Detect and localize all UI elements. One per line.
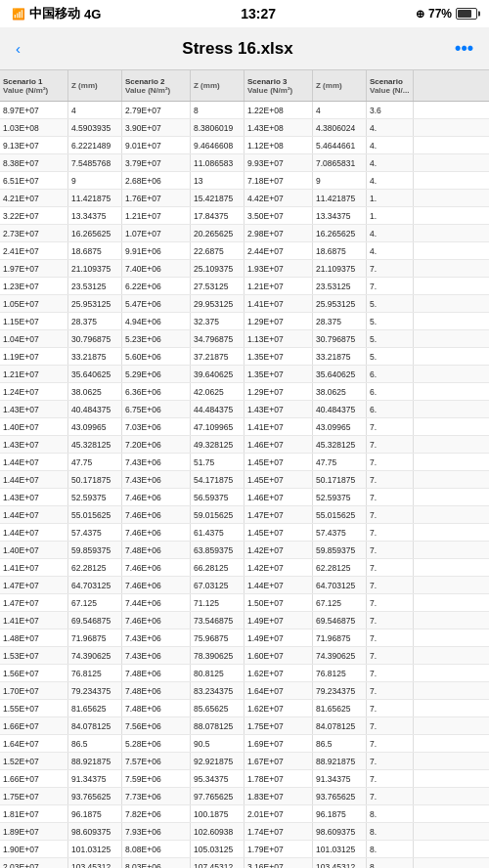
table-cell: 7.18E+07	[244, 172, 313, 189]
table-cell: 71.125	[191, 594, 244, 611]
table-cell: 6.2221489	[68, 137, 122, 153]
table-cell: 73.546875	[191, 612, 244, 629]
table-cell: 1.89E+07	[0, 823, 68, 840]
table-cell: 7.56E+06	[122, 717, 191, 734]
table-cell: 2.68E+06	[122, 172, 191, 189]
table-cell: 4.3806024	[313, 119, 367, 136]
table-row: 6.51E+0792.68E+06137.18E+0794.	[0, 172, 489, 190]
col-header-s1-z: Z (mm)	[68, 70, 122, 101]
table-cell: 1.43E+07	[0, 489, 68, 505]
table-cell: 57.4375	[313, 524, 367, 541]
table-cell: 1.90E+07	[0, 841, 68, 857]
table-cell: 1.52E+07	[0, 753, 68, 769]
table-cell: 1.74E+07	[244, 823, 313, 840]
table-cell: 37.21875	[191, 348, 244, 365]
table-cell: 67.03125	[191, 577, 244, 593]
table-cell: 78.390625	[191, 647, 244, 664]
table-cell: 84.078125	[68, 717, 122, 734]
status-bar: 📶 中国移动 4G 13:27 ⊕ 77%	[0, 0, 489, 27]
table-cell: 3.90E+07	[122, 119, 191, 136]
table-cell: 1.42E+07	[244, 542, 313, 558]
table-cell: 1.56E+07	[0, 665, 68, 681]
table-cell: 7.	[367, 647, 414, 664]
table-cell: 9.93E+07	[244, 154, 313, 171]
back-button[interactable]: ‹	[12, 36, 24, 61]
table-cell: 44.484375	[191, 401, 244, 417]
table-cell: 2.44E+07	[244, 242, 313, 259]
table-cell: 61.4375	[191, 524, 244, 541]
table-cell: 7.59E+06	[122, 770, 191, 787]
table-cell: 1.67E+07	[244, 753, 313, 769]
table-cell: 52.59375	[68, 489, 122, 505]
table-cell: 7.	[367, 788, 414, 804]
table-row: 1.43E+0740.4843756.75E+0644.4843751.43E+…	[0, 401, 489, 418]
table-cell: 20.265625	[191, 225, 244, 241]
table-cell: 8.	[367, 823, 414, 840]
table-cell: 7.43E+06	[122, 629, 191, 646]
table-row: 1.41E+0762.281257.46E+0666.281251.42E+07…	[0, 559, 489, 577]
table-cell: 1.48E+07	[0, 629, 68, 646]
table-cell: 2.79E+07	[122, 102, 191, 118]
table-cell: 13.34375	[313, 207, 367, 224]
table-cell: 5.	[367, 313, 414, 329]
table-cell: 50.171875	[68, 471, 122, 488]
table-row: 1.70E+0779.2343757.48E+0683.2343751.64E+…	[0, 682, 489, 700]
table-cell: 7.46E+06	[122, 559, 191, 576]
table-cell: 1.66E+07	[0, 770, 68, 787]
table-row: 1.56E+0776.81257.48E+0680.81251.62E+0776…	[0, 665, 489, 682]
table-row: 1.40E+0759.8593757.48E+0663.8593751.42E+…	[0, 542, 489, 559]
table-cell: 11.421875	[68, 190, 122, 206]
table-cell: 1.35E+07	[244, 348, 313, 365]
table-cell: 9.01E+07	[122, 137, 191, 153]
table-cell: 7.0865831	[313, 154, 367, 171]
table-row: 1.21E+0735.6406255.29E+0639.6406251.35E+…	[0, 366, 489, 383]
table-cell: 1.29E+07	[244, 383, 313, 400]
table-cell: 101.03125	[68, 841, 122, 857]
table-cell: 7.	[367, 717, 414, 734]
table-cell: 95.34375	[191, 770, 244, 787]
table-row: 1.40E+0743.099657.03E+0647.1099651.41E+0…	[0, 418, 489, 436]
table-cell: 7.	[367, 577, 414, 593]
table-cell: 91.34375	[68, 770, 122, 787]
table-cell: 16.265625	[313, 225, 367, 241]
table-cell: 7.	[367, 278, 414, 294]
table-cell: 1.13E+07	[244, 330, 313, 347]
table-cell: 1.93E+07	[244, 260, 313, 277]
table-cell: 86.5	[313, 735, 367, 752]
table-cell: 7.46E+06	[122, 577, 191, 593]
table-cell: 1.50E+07	[244, 594, 313, 611]
table-cell: 6.51E+07	[0, 172, 68, 189]
menu-button[interactable]: •••	[451, 34, 477, 63]
table-cell: 1.21E+07	[122, 207, 191, 224]
table-row: 1.44E+0757.43757.46E+0661.43751.45E+0757…	[0, 524, 489, 542]
col-header-s3-value: Scenario 3 Value (N/m²)	[244, 70, 313, 101]
table-cell: 9.13E+07	[0, 137, 68, 153]
table-cell: 7.	[367, 454, 414, 470]
table-cell: 79.234375	[313, 682, 367, 699]
col-header-s1-value: Scenario 1 Value (N/m²)	[0, 70, 68, 101]
table-cell: 4.	[367, 242, 414, 259]
table-cell: 1.05E+07	[0, 295, 68, 312]
table-cell: 6.	[367, 366, 414, 382]
table-cell: 5.29E+06	[122, 366, 191, 382]
status-right: ⊕ 77%	[416, 7, 477, 21]
table-cell: 7.	[367, 682, 414, 699]
table-cell: 6.	[367, 383, 414, 400]
table-cell: 17.84375	[191, 207, 244, 224]
table-cell: 6.36E+06	[122, 383, 191, 400]
table-cell: 74.390625	[68, 647, 122, 664]
table-cell: 1.46E+07	[244, 436, 313, 453]
table-row: 1.47E+0767.1257.44E+0671.1251.50E+0767.1…	[0, 594, 489, 612]
table-cell: 1.55E+07	[0, 700, 68, 716]
table-cell: 11.421875	[313, 190, 367, 206]
table-cell: 1.45E+07	[244, 454, 313, 470]
table-row: 2.73E+0716.2656251.07E+0720.2656252.98E+…	[0, 225, 489, 242]
table-cell: 35.640625	[68, 366, 122, 382]
table-cell: 90.5	[191, 735, 244, 752]
table-row: 1.24E+0738.06256.36E+0642.06251.29E+0738…	[0, 383, 489, 401]
table-cell: 2.03E+07	[0, 858, 68, 868]
table-cell: 15.421875	[191, 190, 244, 206]
table-cell: 1.47E+07	[0, 577, 68, 593]
battery-percent: 77%	[428, 7, 452, 21]
table-row: 1.97E+0721.1093757.40E+0625.1093751.93E+…	[0, 260, 489, 278]
